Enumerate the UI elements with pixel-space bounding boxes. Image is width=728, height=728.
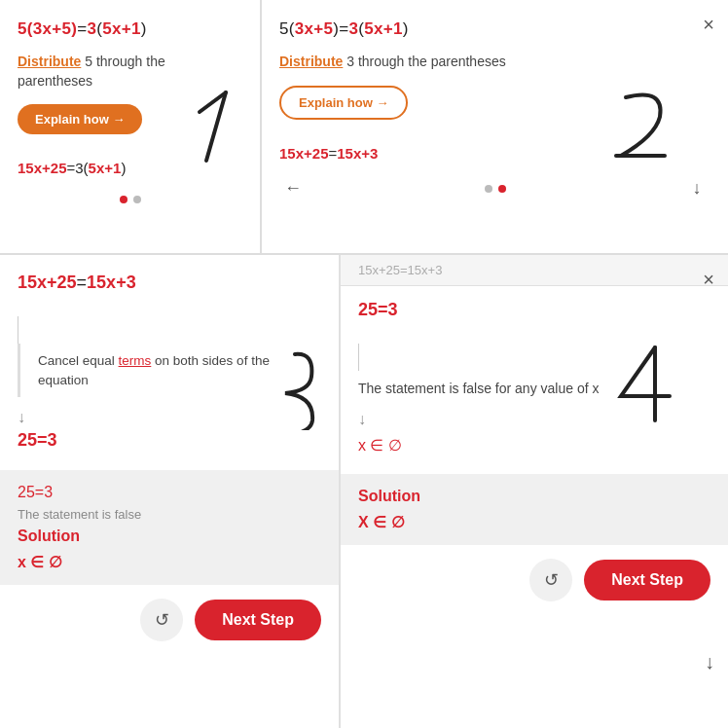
distribute-link-2[interactable]: Distribute bbox=[279, 54, 343, 69]
step-connector-right bbox=[358, 344, 359, 371]
bottom-actions-left: ↺ Next Step bbox=[0, 585, 339, 655]
explain-how-button-2[interactable]: Explain how → bbox=[279, 86, 408, 120]
distribute-link-1[interactable]: Distribute bbox=[18, 54, 81, 69]
step-arrow-down-left: ↓ bbox=[0, 405, 339, 430]
top-right-result: 15x+25=15x+3 bbox=[262, 145, 728, 171]
solution-title-right: Solution bbox=[358, 488, 710, 505]
dot-2-first[interactable] bbox=[485, 185, 492, 193]
bottom-left-result-eq: 25=3 bbox=[0, 430, 339, 451]
down-arrow-button-top[interactable]: ↓ bbox=[683, 175, 710, 202]
bottom-right-step-eq: 25=3 bbox=[358, 300, 710, 320]
dot-1-inactive[interactable] bbox=[133, 196, 141, 203]
gray-eq-strip: 15x+25=15x+3 bbox=[341, 255, 728, 286]
next-step-button-left[interactable]: Next Step bbox=[195, 600, 321, 640]
solution-area-left: 25=3 The statement is false Solution x ∈… bbox=[0, 470, 339, 585]
false-statement-desc: The statement is false for any value of … bbox=[358, 381, 599, 396]
down-arrow-right[interactable]: ↓ bbox=[705, 651, 714, 673]
undo-button-left[interactable]: ↺ bbox=[140, 599, 183, 641]
close-button-top-right[interactable]: × bbox=[703, 14, 714, 36]
solution-x-left: x ∈ ∅ bbox=[18, 553, 321, 571]
terms-link[interactable]: terms bbox=[119, 353, 152, 368]
top-left-equation: 5(3x+5)=3(5x+1) bbox=[18, 19, 242, 39]
bottom-right-panel: × 15x+25=15x+3 25=3 The statement is fal… bbox=[341, 255, 728, 728]
dots-nav-1 bbox=[0, 186, 260, 211]
top-right-equation: 5(3x+5)=3(5x+1) bbox=[279, 19, 710, 39]
top-left-panel: 5(3x+5)=3(5x+1) Distribute 5 through the… bbox=[0, 0, 261, 253]
close-button-bottom-right[interactable]: × bbox=[703, 269, 714, 291]
top-right-panel: × 5(3x+5)=3(5x+1) Distribute 3 through t… bbox=[261, 0, 728, 253]
bottom-right-desc: The statement is false for any value of … bbox=[341, 371, 728, 407]
false-note-left: The statement is false bbox=[18, 507, 321, 522]
next-step-button-right[interactable]: Next Step bbox=[584, 560, 710, 601]
step-connector-left bbox=[18, 316, 18, 344]
back-arrow-button[interactable]: ← bbox=[279, 175, 307, 202]
cancel-instruction: Cancel equal terms on both sides of the … bbox=[18, 344, 321, 397]
explain-how-button-1[interactable]: Explain how → bbox=[18, 104, 142, 134]
top-left-result: 15x+25=3(5x+1) bbox=[0, 160, 260, 186]
top-right-instruction: Distribute 3 through the parentheses bbox=[279, 53, 710, 72]
false-statement-left: 25=3 bbox=[18, 484, 321, 501]
bottom-right-result: x ∈ ∅ bbox=[341, 432, 728, 458]
bottom-left-panel: 15x+25=15x+3 Cancel equal terms on both … bbox=[0, 255, 341, 728]
undo-button-right[interactable]: ↺ bbox=[529, 559, 572, 601]
solution-title-left: Solution bbox=[18, 528, 321, 545]
bottom-left-step-eq: 15x+25=15x+3 bbox=[18, 273, 321, 293]
dot-1-active[interactable] bbox=[120, 196, 127, 203]
dot-2-active[interactable] bbox=[498, 185, 506, 193]
nav-bar-top-right: ← ↓ bbox=[262, 171, 728, 210]
step-arrow-down-right: ↓ bbox=[341, 407, 728, 432]
solution-area-right: Solution X ∈ ∅ bbox=[341, 474, 728, 545]
solution-x-right: X ∈ ∅ bbox=[358, 513, 710, 531]
top-left-instruction: Distribute 5 through the parentheses bbox=[18, 53, 242, 91]
bottom-actions-right: ↺ Next Step bbox=[341, 545, 728, 615]
